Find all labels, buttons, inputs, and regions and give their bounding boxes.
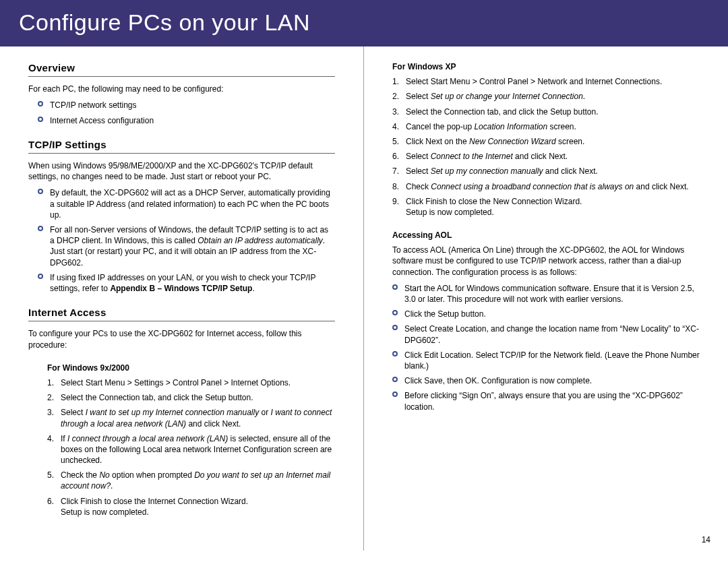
list-item: Check the No option when prompted Do you… bbox=[47, 470, 335, 491]
list-item: Select Start Menu > Control Panel > Netw… bbox=[392, 76, 700, 87]
text: and click Next. bbox=[634, 182, 688, 191]
text: Click Next on the bbox=[406, 137, 469, 146]
list-item: Select Set up my connection manually and… bbox=[392, 166, 700, 177]
list-item: Check Connect using a broadband connecti… bbox=[392, 181, 700, 192]
overview-bullet: TCP/IP network settings bbox=[38, 100, 335, 111]
text: Setup is now completed. bbox=[406, 208, 494, 217]
text: screen. bbox=[556, 137, 585, 146]
text-italic: I connect through a local area network (… bbox=[67, 434, 228, 443]
text: Select bbox=[406, 152, 431, 161]
tcpip-head: TCP/IP Settings bbox=[28, 138, 335, 154]
overview-head: Overview bbox=[28, 61, 335, 77]
aol-bullet: Click the Setup button. bbox=[392, 309, 700, 319]
text: option when prompted bbox=[110, 470, 194, 480]
list-item: Select Start Menu > Settings > Control P… bbox=[47, 377, 335, 388]
text-italic: Obtain an IP address automatically bbox=[198, 236, 323, 245]
winxp-subhead: For Windows XP bbox=[392, 61, 700, 72]
win9x-subhead: For Windows 9x/2000 bbox=[47, 363, 335, 373]
text: . bbox=[111, 481, 113, 491]
text: and click Next. bbox=[513, 152, 568, 161]
aol-bullet: Click Save, then OK. Configuration is no… bbox=[392, 375, 700, 386]
aol-bullet: Click Edit Location. Select TCP/IP for t… bbox=[392, 350, 700, 371]
list-item: Click Finish to close the New Connection… bbox=[392, 196, 700, 218]
overview-intro: For each PC, the following may need to b… bbox=[28, 84, 335, 94]
text: Click Finish to close the Internet Conne… bbox=[61, 497, 248, 506]
aol-bullet: Before clicking “Sign On”, always ensure… bbox=[392, 390, 700, 412]
text-italic: Set up or change your Internet Connectio… bbox=[431, 92, 583, 101]
tcpip-intro: When using Windows 95/98/ME/2000/XP and … bbox=[28, 160, 335, 182]
list-item: Click Finish to close the Internet Conne… bbox=[47, 496, 335, 518]
left-column: Overview For each PC, the following may … bbox=[0, 46, 364, 551]
list-item: If I connect through a local area networ… bbox=[47, 433, 335, 466]
page-number: 14 bbox=[702, 534, 710, 545]
text: . bbox=[252, 284, 254, 293]
text: Click Finish to close the New Connection… bbox=[406, 197, 582, 206]
overview-bullet: Internet Access configuration bbox=[38, 115, 335, 126]
aol-subhead: Accessing AOL bbox=[392, 230, 700, 241]
text: or bbox=[259, 408, 270, 417]
text: Select bbox=[406, 166, 431, 176]
text: If bbox=[61, 434, 67, 443]
text: Cancel the pop-up bbox=[406, 122, 474, 131]
text: . bbox=[583, 92, 585, 101]
text: Select bbox=[406, 92, 431, 101]
tcpip-bullet: For all non-Server versions of Windows, … bbox=[38, 224, 335, 268]
text-italic: I want to set up my Internet connection … bbox=[86, 408, 259, 417]
text-italic: Connect using a broadband connection tha… bbox=[431, 182, 634, 191]
text: Setup is now completed. bbox=[61, 507, 149, 517]
internet-head: Internet Access bbox=[28, 306, 335, 321]
tcpip-bullet: If using fixed IP addresses on your LAN,… bbox=[38, 272, 335, 294]
list-item: Click Next on the New Connection Wizard … bbox=[392, 136, 700, 147]
text-italic: Set up my connection manually bbox=[431, 166, 543, 176]
right-column: For Windows XP Select Start Menu > Contr… bbox=[364, 46, 728, 551]
list-item: Select I want to set up my Internet conn… bbox=[47, 407, 335, 429]
text: Select bbox=[61, 408, 86, 417]
text: Check the bbox=[61, 470, 99, 480]
aol-bullet: Start the AOL for Windows communication … bbox=[392, 283, 700, 305]
list-item: Select Connect to the Internet and click… bbox=[392, 151, 700, 162]
text-italic: Location Information bbox=[474, 122, 547, 131]
text-italic: New Connection Wizard bbox=[469, 137, 556, 146]
text: screen. bbox=[547, 122, 576, 131]
text-italic: Connect to the Internet bbox=[431, 152, 513, 161]
text: Check bbox=[406, 182, 431, 191]
tcpip-bullet: By default, the XC-DPG602 will act as a … bbox=[38, 187, 335, 220]
page-banner: Configure PCs on your LAN bbox=[0, 0, 728, 46]
list-item: Cancel the pop-up Location Information s… bbox=[392, 121, 700, 132]
internet-intro: To configure your PCs to use the XC-DPG6… bbox=[28, 328, 335, 350]
text-italic: No bbox=[99, 470, 109, 480]
list-item: Select the Connection tab, and click the… bbox=[47, 392, 335, 403]
aol-intro: To access AOL (America On Line) through … bbox=[392, 245, 700, 278]
list-item: Select Set up or change your Internet Co… bbox=[392, 91, 700, 102]
text: and click Next. bbox=[186, 419, 241, 429]
aol-bullet: Select Create Location, and change the l… bbox=[392, 323, 700, 345]
text-bold: Appendix B – Windows TCP/IP Setup bbox=[110, 284, 252, 293]
text: and click Next. bbox=[543, 166, 597, 176]
list-item: Select the Connection tab, and click the… bbox=[392, 106, 700, 117]
